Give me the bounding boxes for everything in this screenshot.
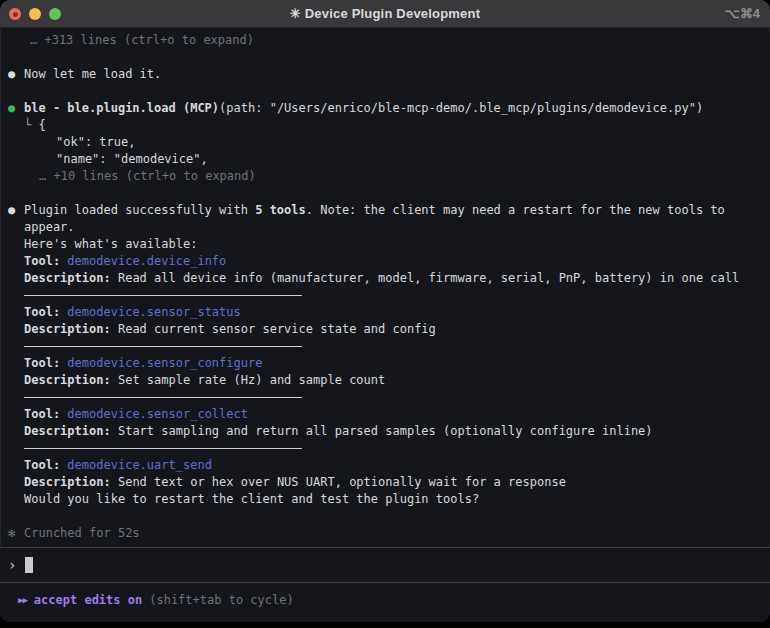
tool-entry: Tool: demodevice.uart_send Description: … [24,457,762,491]
tool-call-args: (path: "/Users/enrico/ble-mcp-demo/.ble_… [219,101,703,115]
fast-forward-icon: ▶▶ [18,595,27,605]
zoom-button[interactable] [49,8,61,20]
tool-entry: Tool: demodevice.sensor_collect Descript… [24,406,762,449]
description-label: Description: [24,373,111,387]
plugin-summary-message: ● Plugin loaded successfully with 5 tool… [8,202,762,508]
minimize-button[interactable] [29,8,41,20]
window-titlebar: ✳ Device Plugin Development ⌥⌘4 [0,0,770,28]
description-label: Description: [24,424,111,438]
traffic-lights [9,8,61,20]
description-text: Read current sensor service state and co… [118,322,436,336]
tool-name: demodevice.uart_send [67,458,212,472]
tool-label: Tool: [24,407,60,421]
crunched-status-text: Crunched for 52s [24,525,762,542]
mode-hint: (shift+tab to cycle) [149,593,294,607]
description-text: Send text or hex over NUS UART, optional… [118,475,566,489]
tool-name: demodevice.device_info [67,254,226,268]
question-text: Would you like to restart the client and… [24,491,762,508]
tool-separator [24,448,302,449]
result-open-brace: { [38,118,45,132]
tool-entry: Tool: demodevice.device_info Description… [24,253,762,296]
crunched-status: ✻ Crunched for 52s [8,525,762,542]
summary-tool-count: 5 tools [255,203,306,217]
close-button[interactable] [9,8,21,20]
input-area: › ▶▶ accept edits on (shift+tab to cycle… [0,547,770,622]
terminal-transcript: … +313 lines (ctrl+o to expand) ● Now le… [0,28,770,542]
prompt-chevron-icon: › [8,557,16,573]
message-bullet-icon: ● [8,66,22,83]
tool-name: demodevice.sensor_configure [67,356,262,370]
result-json-line: "ok": true, [24,134,762,151]
tool-label: Tool: [24,305,60,319]
tool-separator [24,397,302,398]
tool-call-message: ● ble - ble.plugin.load (MCP)(path: "/Us… [8,100,762,185]
description-label: Description: [24,475,111,489]
result-elbow-icon: └ [24,118,31,132]
prompt-input[interactable]: › [0,548,770,582]
message-bullet-icon: ● [8,202,22,219]
tool-separator [24,295,302,296]
collapsed-lines-indicator: … +313 lines (ctrl+o to expand) [8,32,762,49]
tool-separator [24,346,302,347]
result-json-line: "name": "demodevice", [24,151,762,168]
mode-indicator: ▶▶ accept edits on (shift+tab to cycle) [0,583,770,617]
tool-name: demodevice.sensor_status [67,305,240,319]
summary-text: Plugin loaded successfully with [24,203,255,217]
tool-label: Tool: [24,356,60,370]
tool-call-bullet-icon: ● [8,100,22,117]
tool-entry: Tool: demodevice.sensor_configure Descri… [24,355,762,398]
asterisk-icon: ✻ [8,525,22,542]
description-text: Start sampling and return all parsed sam… [118,424,653,438]
collapsed-result-indicator: … +10 lines (ctrl+o to expand) [24,168,762,185]
tool-label: Tool: [24,254,60,268]
description-label: Description: [24,322,111,336]
terminal-window: ✳ Device Plugin Development ⌥⌘4 … +313 l… [0,0,770,622]
tool-name: demodevice.sensor_collect [67,407,248,421]
tool-label: Tool: [24,458,60,472]
window-shortcut-badge: ⌥⌘4 [725,6,760,21]
mode-label: accept edits on [34,593,142,607]
window-title: ✳ Device Plugin Development [290,6,480,21]
assistant-message-text: Now let me load it. [24,66,762,83]
tool-entry: Tool: demodevice.sensor_status Descripti… [24,304,762,347]
description-label: Description: [24,271,111,285]
assistant-message: ● Now let me load it. [8,66,762,83]
description-text: Read all device info (manufacturer, mode… [118,271,739,285]
description-text: Set sample rate (Hz) and sample count [118,373,385,387]
summary-line2: Here's what's available: [24,236,762,253]
tool-call-title: ble - ble.plugin.load (MCP) [24,101,219,115]
text-cursor [25,557,33,573]
